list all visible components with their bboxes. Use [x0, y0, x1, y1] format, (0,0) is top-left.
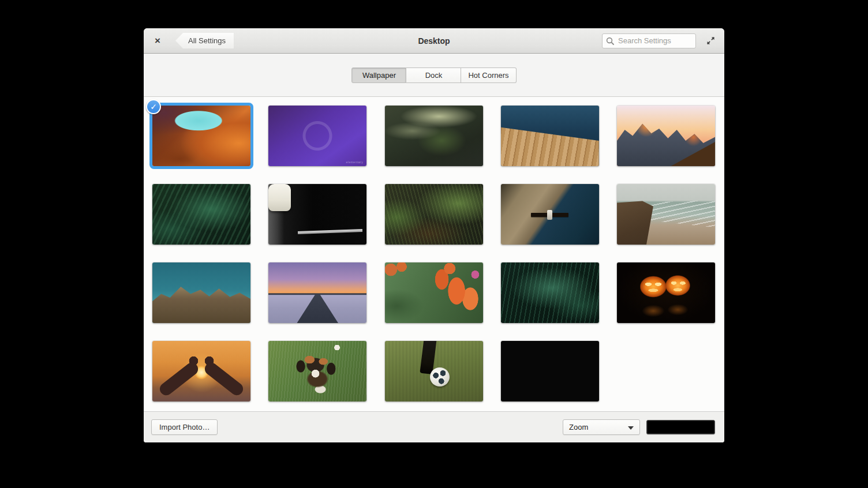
tab-hot-corners[interactable]: Hot Corners [461, 67, 516, 83]
wallpaper-thumbnail-dark-ferns[interactable] [501, 262, 599, 323]
wallpaper-image-satellite [501, 184, 599, 245]
wallpaper-thumbnail-pier[interactable] [268, 262, 366, 323]
chevron-down-icon [628, 426, 634, 430]
wallpaper-thumbnail-tulips[interactable] [385, 262, 483, 323]
wallpaper-image-sunset-peaks [617, 106, 715, 166]
tab-strip-area: WallpaperDockHot Corners [144, 54, 724, 97]
wallpaper-thumbnail-ferns[interactable] [152, 184, 250, 245]
background-color-picker-button[interactable] [646, 420, 715, 434]
wallpaper-thumbnail-boardwalk[interactable] [501, 106, 599, 166]
wallpaper-thumbnail-pumpkins[interactable] [617, 262, 715, 323]
wallpaper-image-tulips [385, 262, 483, 323]
selected-check-badge: ✓ [146, 99, 161, 114]
wallpaper-image-pumpkins [617, 262, 715, 323]
wallpaper-grid: ✓elementary [152, 106, 715, 401]
wallpaper-thumbnail-misty-forest[interactable] [385, 106, 483, 166]
view-mode-tabs: WallpaperDockHot Corners [351, 67, 516, 83]
import-photo-button[interactable]: Import Photo… [151, 419, 218, 435]
wallpaper-image-coast [617, 184, 715, 245]
wallpaper-image-puppy [268, 341, 366, 401]
settings-window: × All Settings Desktop Wallp [144, 28, 724, 442]
search-input[interactable] [602, 33, 696, 48]
wallpaper-thumbnail-satellite[interactable] [501, 184, 599, 245]
wallpaper-logo-text: elementary [346, 160, 364, 164]
search-field-wrap [602, 33, 696, 48]
wallpaper-image-soccer [385, 341, 483, 401]
wallpaper-image-boardwalk [501, 106, 599, 166]
wallpaper-thumbnail-pine[interactable] [385, 184, 483, 245]
wallpaper-image-lantern [268, 184, 366, 245]
wallpaper-thumbnail-sunset-peaks[interactable] [617, 106, 715, 166]
zoom-style-dropdown-value: Zoom [569, 423, 588, 431]
wallpaper-image-canyon [152, 106, 250, 166]
search-icon [606, 37, 614, 45]
wallpaper-image-purple: elementary [268, 106, 366, 166]
fullscreen-expand-icon[interactable] [704, 35, 717, 47]
wallpaper-thumbnail-soccer[interactable] [385, 341, 483, 401]
wallpaper-thumbnail-puppy[interactable] [268, 341, 366, 401]
wallpaper-image-dark-ferns [501, 262, 599, 323]
tab-dock[interactable]: Dock [406, 67, 461, 83]
wallpaper-image-misty-forest [385, 106, 483, 166]
wallpaper-thumbnail-snowy[interactable] [152, 262, 250, 323]
tab-wallpaper[interactable]: Wallpaper [351, 67, 406, 83]
wallpaper-grid-area: ✓elementary [144, 97, 724, 411]
wallpaper-image-pine [385, 184, 483, 245]
wallpaper-thumbnail-purple[interactable]: elementary [268, 106, 366, 166]
wallpaper-image-snowy [152, 262, 250, 323]
all-settings-back-button[interactable]: All Settings [175, 33, 234, 48]
wallpaper-image-pier [268, 262, 366, 323]
wallpaper-thumbnail-black[interactable] [501, 341, 599, 401]
wallpaper-image-black [501, 341, 599, 401]
wallpaper-image-ferns [152, 184, 250, 245]
action-bar: Import Photo… Zoom [144, 411, 724, 442]
wallpaper-image-heart [152, 341, 250, 401]
wallpaper-thumbnail-canyon[interactable]: ✓ [152, 106, 250, 166]
close-icon[interactable]: × [151, 35, 164, 47]
wallpaper-thumbnail-coast[interactable] [617, 184, 715, 245]
zoom-style-dropdown[interactable]: Zoom [563, 419, 640, 435]
wallpaper-thumbnail-lantern[interactable] [268, 184, 366, 245]
headerbar: × All Settings Desktop [144, 28, 724, 54]
wallpaper-thumbnail-heart[interactable] [152, 341, 250, 401]
